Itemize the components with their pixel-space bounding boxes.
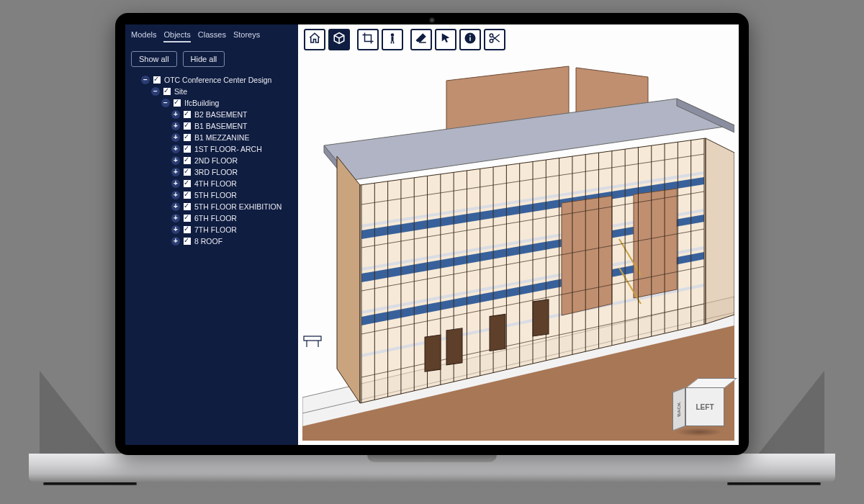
collapse-icon[interactable]: − — [141, 76, 150, 84]
tab-objects[interactable]: Objects — [163, 30, 190, 42]
tree-checkbox[interactable] — [184, 226, 191, 233]
tree-label: 2ND FLOOR — [194, 156, 238, 165]
tree-checkbox[interactable] — [153, 76, 161, 84]
svg-rect-5 — [469, 37, 471, 41]
toolbar — [304, 29, 505, 50]
info-button[interactable] — [459, 29, 481, 50]
tree-node-storey[interactable]: +1ST FLOOR- ARCH — [171, 143, 294, 155]
tab-models[interactable]: Models — [131, 30, 156, 42]
navcube-front-face[interactable]: LEFT — [685, 387, 724, 426]
svg-rect-6 — [469, 35, 471, 37]
tab-classes[interactable]: Classes — [198, 30, 226, 42]
tree-node-storey[interactable]: +2ND FLOOR — [171, 155, 294, 166]
expand-icon[interactable]: + — [171, 191, 180, 199]
home-button[interactable] — [304, 29, 325, 50]
tree-label: 3RD FLOOR — [194, 168, 238, 176]
tree-checkbox[interactable] — [184, 157, 191, 164]
person-button[interactable] — [382, 29, 403, 50]
tree-label: 6TH FLOOR — [194, 214, 237, 222]
tree-checkbox[interactable] — [184, 111, 191, 118]
svg-rect-63 — [446, 328, 462, 365]
tree-node-storey[interactable]: +5TH FLOOR — [171, 189, 294, 201]
tree-checkbox[interactable] — [184, 192, 191, 199]
svg-point-0 — [391, 33, 395, 37]
expand-icon[interactable]: + — [171, 179, 180, 188]
expand-icon[interactable]: + — [171, 145, 180, 153]
tree-checkbox[interactable] — [184, 180, 191, 187]
expand-icon[interactable]: + — [171, 237, 180, 246]
crop-button[interactable] — [357, 29, 379, 50]
sidebar: ModelsObjectsClassesStoreys Show all Hid… — [125, 24, 298, 445]
hide-all-button[interactable]: Hide all — [183, 51, 225, 67]
cursor-button[interactable] — [435, 29, 456, 50]
3d-viewport[interactable]: BACK LEFT — [298, 24, 739, 445]
tree-node-storey[interactable]: +4TH FLOOR — [171, 178, 294, 189]
cursor-icon — [439, 32, 452, 48]
tree-checkbox[interactable] — [174, 99, 181, 107]
tree-node-storey[interactable]: +8 ROOF — [171, 235, 294, 247]
expand-icon[interactable]: + — [171, 214, 180, 222]
crop-icon — [361, 32, 374, 48]
navcube-shadow — [675, 428, 723, 436]
scissors-button[interactable] — [484, 29, 505, 50]
svg-rect-3 — [393, 42, 395, 44]
svg-point-7 — [490, 34, 493, 37]
tree-checkbox[interactable] — [184, 122, 191, 130]
tree-label: OTC Conference Center Design — [164, 76, 271, 84]
expand-icon[interactable]: + — [171, 110, 180, 119]
tree-label: Site — [174, 87, 187, 96]
toolbar-group — [410, 29, 505, 50]
person-icon — [386, 32, 399, 48]
expand-icon[interactable]: + — [171, 122, 180, 130]
scissors-icon — [488, 32, 501, 48]
svg-rect-62 — [425, 335, 441, 372]
cube-button[interactable] — [328, 29, 350, 50]
tree-checkbox[interactable] — [163, 88, 171, 95]
tree-node-storey[interactable]: +B2 BASEMENT — [171, 109, 294, 120]
expand-icon[interactable]: + — [171, 133, 180, 142]
expand-icon[interactable]: + — [171, 168, 180, 176]
tree-node-storey[interactable]: +3RD FLOOR — [171, 166, 294, 178]
navcube-side-face[interactable]: BACK — [672, 387, 685, 431]
tree-node-root[interactable]: − OTC Conference Center Design — [141, 74, 294, 86]
tree-node-storey[interactable]: +6TH FLOOR — [171, 212, 294, 224]
tree-label: B1 BASEMENT — [194, 122, 248, 130]
object-tree: − OTC Conference Center Design − Site − … — [130, 74, 294, 247]
tab-storeys[interactable]: Storeys — [233, 30, 260, 42]
tree-node-storey[interactable]: +7TH FLOOR — [171, 224, 294, 235]
tree-label: 7TH FLOOR — [194, 225, 237, 234]
expand-icon[interactable]: + — [171, 202, 180, 211]
tree-checkbox[interactable] — [184, 168, 191, 176]
svg-marker-17 — [337, 156, 360, 403]
tree-checkbox[interactable] — [184, 238, 191, 245]
laptop-screen-bezel: ModelsObjectsClassesStoreys Show all Hid… — [115, 13, 749, 455]
show-all-button[interactable]: Show all — [131, 51, 177, 67]
laptop-base — [29, 454, 835, 482]
svg-marker-27 — [634, 189, 677, 298]
tree-label: B1 MEZZANINE — [194, 133, 249, 142]
facade-side — [706, 138, 734, 324]
svg-rect-64 — [490, 314, 505, 351]
tree-label: 4TH FLOOR — [194, 179, 237, 188]
eraser-button[interactable] — [410, 29, 432, 50]
bench-shape — [304, 336, 321, 347]
expand-icon[interactable]: + — [171, 225, 180, 234]
tree-label: B2 BASEMENT — [194, 110, 248, 119]
tree-node-site[interactable]: − Site — [151, 86, 294, 97]
expand-icon[interactable]: + — [171, 156, 180, 165]
tree-node-storey[interactable]: +5TH FLOOR EXHIBITION — [171, 201, 294, 212]
collapse-icon[interactable]: − — [161, 99, 170, 107]
tree-node-building[interactable]: − IfcBuilding — [161, 97, 294, 109]
collapse-icon[interactable]: − — [151, 87, 160, 96]
sidebar-tabs: ModelsObjectsClassesStoreys — [130, 29, 294, 47]
navigation-cube[interactable]: BACK LEFT — [672, 379, 726, 432]
tree-checkbox[interactable] — [184, 203, 191, 210]
tree-checkbox[interactable] — [184, 215, 191, 222]
svg-point-8 — [490, 40, 493, 43]
tree-label: IfcBuilding — [184, 99, 219, 107]
tree-node-storey[interactable]: +B1 MEZZANINE — [171, 132, 294, 143]
tree-node-storey[interactable]: +B1 BASEMENT — [171, 120, 294, 132]
toolbar-group — [357, 29, 403, 50]
tree-checkbox[interactable] — [184, 134, 191, 141]
tree-checkbox[interactable] — [184, 145, 191, 153]
